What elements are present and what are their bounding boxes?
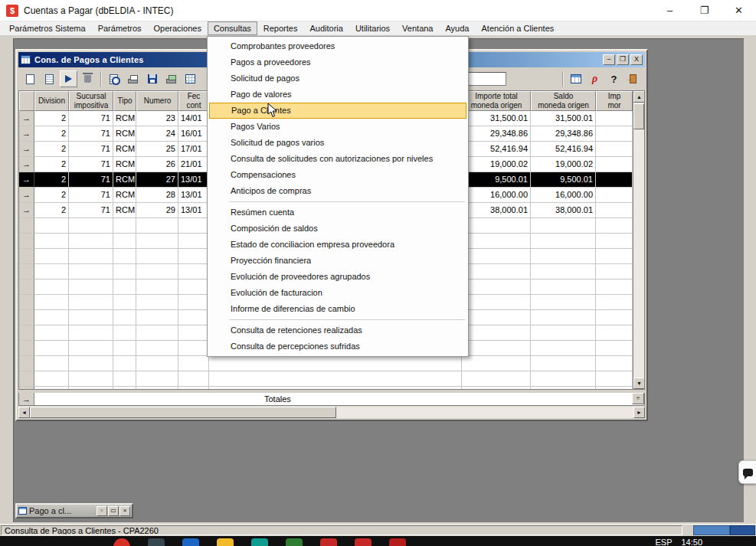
horizontal-scrollbar[interactable]: ◄ ► xyxy=(18,407,645,418)
scroll-left-button[interactable]: ◄ xyxy=(18,407,30,418)
print-button[interactable] xyxy=(124,70,142,87)
table-view-button[interactable] xyxy=(567,70,584,87)
cell xyxy=(531,218,596,234)
menu-item[interactable]: Pago de valores xyxy=(208,87,468,103)
child-minimize-button[interactable]: – xyxy=(603,54,615,65)
taskbar-app-6[interactable] xyxy=(286,538,303,546)
overlay-widget[interactable] xyxy=(738,460,756,484)
cell xyxy=(531,249,596,264)
grid-button[interactable] xyxy=(182,70,199,87)
windows-taskbar: ESP 14:50 xyxy=(0,536,756,546)
grid-icon xyxy=(185,74,195,83)
pin-button[interactable]: ρ xyxy=(586,70,604,87)
menu-item[interactable]: Composición de saldos xyxy=(208,221,468,237)
open-button[interactable] xyxy=(41,70,58,87)
language-indicator[interactable]: ESP xyxy=(655,538,672,546)
cell xyxy=(178,310,209,325)
column-header-fec[interactable]: Fec cont xyxy=(178,91,209,111)
mini-close-button[interactable]: × xyxy=(119,506,130,516)
table-row[interactable] xyxy=(19,387,644,389)
taskbar-app-7[interactable] xyxy=(320,538,337,546)
menu-item[interactable]: Evolución de proveedores agrupados xyxy=(208,269,468,285)
row-indicator xyxy=(19,280,34,295)
menu-item[interactable]: Pagos a proveedores xyxy=(208,54,468,70)
menubar-item[interactable]: Parámetros Sistema xyxy=(3,21,92,35)
menu-item[interactable]: Pago a Clientes xyxy=(209,103,466,119)
minimized-window-pago-a-clientes[interactable]: Pago a cl... ▫ ▭ × xyxy=(15,503,133,518)
vertical-scrollbar[interactable]: ▲ ▼ xyxy=(633,91,644,389)
menubar-item[interactable]: Parámetros xyxy=(92,21,148,35)
menubar-item[interactable]: Reportes xyxy=(257,21,304,35)
menu-item[interactable]: Informe de diferencias de cambio xyxy=(208,301,468,317)
vertical-scroll-thumb[interactable] xyxy=(633,103,644,129)
column-header-sucursal[interactable]: Sucursal impositiva xyxy=(69,91,113,111)
menu-item[interactable]: Consulta de solicitudes con autorizacion… xyxy=(208,151,468,167)
column-header-imp[interactable]: Imp mor xyxy=(596,91,633,111)
menu-item[interactable]: Anticipos de compras xyxy=(208,183,468,199)
delete-button[interactable] xyxy=(79,70,97,87)
menu-item[interactable]: Evolución de facturacion xyxy=(208,285,468,301)
cell xyxy=(69,325,113,341)
menubar-item[interactable]: Atención a Clientes xyxy=(475,21,560,35)
menubar-item[interactable]: Ayuda xyxy=(439,21,475,35)
minimize-button[interactable]: – xyxy=(653,0,687,21)
totals-split-button[interactable]: ÷ xyxy=(632,393,644,404)
menu-item[interactable]: Consulta de percepciones sufridas xyxy=(208,338,468,355)
taskbar-app-3[interactable] xyxy=(182,538,199,546)
cell xyxy=(462,249,531,264)
column-header-tipo[interactable]: Tipo xyxy=(113,91,136,111)
close-button[interactable]: ✕ xyxy=(722,0,756,21)
exit-button[interactable] xyxy=(624,70,642,87)
taskbar-app-2[interactable] xyxy=(148,538,165,546)
column-header[interactable] xyxy=(19,91,34,111)
menu-item[interactable]: Solicitud de pagos varios xyxy=(208,135,468,151)
clock[interactable]: 14:50 xyxy=(681,538,702,546)
mini-restore-button[interactable]: ▫ xyxy=(97,506,107,516)
help-button[interactable]: ? xyxy=(605,70,623,87)
menubar-item[interactable]: Operaciones xyxy=(148,21,208,35)
cell xyxy=(596,356,633,371)
print-color-button[interactable] xyxy=(162,70,180,87)
scroll-up-button[interactable]: ▲ xyxy=(633,91,645,103)
new-button[interactable] xyxy=(21,70,39,87)
menu-item[interactable]: Solicitud de pagos xyxy=(208,70,468,87)
menubar-item[interactable]: Utilitarios xyxy=(349,21,396,35)
menu-item[interactable]: Comprobantes proveedores xyxy=(208,38,468,54)
cell: RCM xyxy=(113,172,136,188)
preview-button[interactable] xyxy=(105,70,123,87)
row-indicator: → xyxy=(19,203,34,218)
column-header-saldo[interactable]: Saldo moneda origen xyxy=(531,91,596,111)
horizontal-scroll-thumb[interactable] xyxy=(30,407,336,418)
save-button[interactable] xyxy=(143,70,161,87)
cell xyxy=(34,280,69,295)
child-restore-button[interactable]: ❐ xyxy=(617,54,629,65)
column-header-importe-total[interactable]: Importe total moneda origen xyxy=(462,91,531,111)
taskbar-app-1[interactable] xyxy=(113,538,130,546)
scroll-down-button[interactable]: ▼ xyxy=(633,378,645,389)
menu-item[interactable]: Consulta de retenciones realizadas xyxy=(208,322,468,338)
menubar-item[interactable]: Ventana xyxy=(396,21,439,35)
status-text: Consulta de Pagos a Clientes - CPA2260 xyxy=(1,525,682,535)
taskbar-app-8[interactable] xyxy=(355,538,371,546)
menu-item[interactable]: Estado de conciliacion empresa proveedor… xyxy=(208,237,468,253)
menubar-item[interactable]: Consultas xyxy=(208,21,257,35)
run-button[interactable] xyxy=(60,70,77,87)
taskbar-app-4[interactable] xyxy=(217,538,234,546)
child-close-button[interactable]: X xyxy=(630,54,643,65)
taskbar-app-9[interactable] xyxy=(389,538,406,546)
menu-item[interactable]: Compensaciones xyxy=(208,167,468,183)
table-row[interactable] xyxy=(19,356,644,371)
taskbar-app-5[interactable] xyxy=(251,538,268,546)
scroll-right-button[interactable]: ► xyxy=(633,407,645,418)
menu-item[interactable]: Pagos Varios xyxy=(208,119,468,135)
mini-maximize-button[interactable]: ▭ xyxy=(108,506,119,516)
menubar-item[interactable]: Auditoria xyxy=(303,21,349,35)
cell xyxy=(136,310,178,325)
menu-item[interactable]: Resúmen cuenta xyxy=(208,204,468,221)
table-row[interactable] xyxy=(19,371,644,387)
menu-item[interactable]: Proyección financiera xyxy=(208,253,468,269)
column-header-division[interactable]: Division xyxy=(34,91,69,111)
maximize-button[interactable]: ❐ xyxy=(687,0,722,21)
cell: 26 xyxy=(136,157,178,172)
column-header-numero[interactable]: Numero xyxy=(136,91,178,111)
